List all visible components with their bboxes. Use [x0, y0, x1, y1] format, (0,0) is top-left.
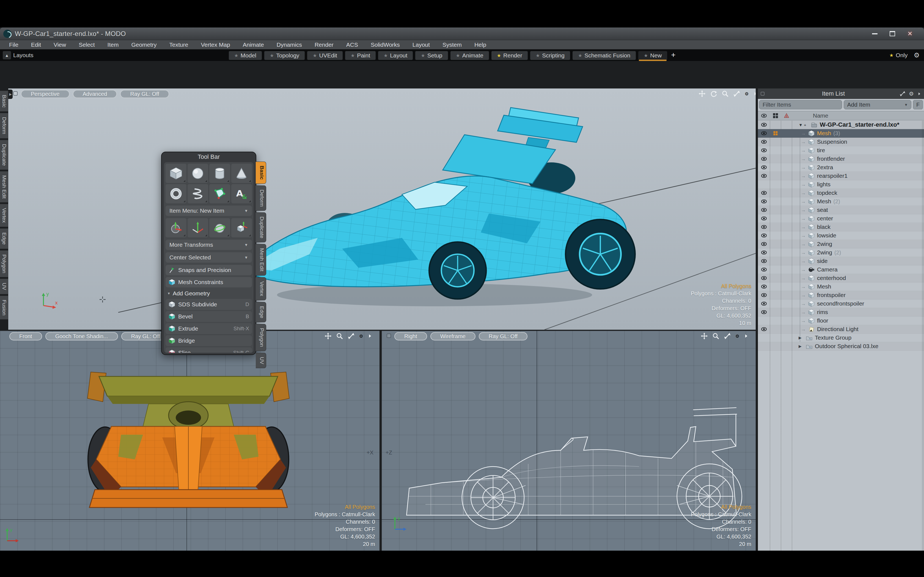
viewport-menu-arrow-icon[interactable]: [753, 91, 756, 96]
layout-tab[interactable]: ★ Render: [491, 51, 528, 60]
item-list-row[interactable]: ▼ + ▶ → topdeck: [758, 189, 924, 197]
item-name[interactable]: Directional Light: [817, 326, 859, 332]
item-list-row[interactable]: ▼ + ▶ → tire: [758, 146, 924, 155]
menu-item[interactable]: Select: [72, 40, 101, 50]
toolbar-category-tab[interactable]: Duplicate: [256, 213, 266, 242]
minimize-button[interactable]: [869, 30, 881, 38]
toolbar-category-tab[interactable]: Polygon: [256, 324, 266, 351]
eye-icon[interactable]: [761, 206, 767, 213]
item-list-row[interactable]: ▼ + ▶ → 2extra: [758, 163, 924, 172]
item-list-header[interactable]: Item List ⚙: [758, 89, 924, 99]
close-button[interactable]: ✕: [904, 30, 916, 38]
item-list-row[interactable]: ▼ + ▶ → lights: [758, 180, 924, 189]
viewport-mode-button[interactable]: Wireframe: [430, 332, 475, 340]
menu-item[interactable]: Edit: [25, 40, 47, 50]
layout-tab[interactable]: ★ New: [638, 51, 667, 60]
panel-gear-icon[interactable]: ⚙: [909, 90, 914, 97]
tool-category-tab[interactable]: Edge: [0, 228, 8, 249]
car-model-perspective[interactable]: [226, 97, 654, 325]
viewport-settings-gear-icon[interactable]: ⚙: [745, 91, 748, 97]
item-list-row[interactable]: ▼ + ▶ → centerhood: [758, 274, 924, 282]
car-model-front[interactable]: [80, 369, 297, 525]
eye-icon[interactable]: [761, 164, 767, 171]
layouts-up-icon[interactable]: ▲: [3, 51, 11, 60]
tool-category-tab[interactable]: Deform: [0, 113, 8, 138]
eye-icon[interactable]: [761, 232, 767, 239]
pan-icon[interactable]: [701, 332, 708, 340]
viewport-mode-button[interactable]: Gooch Tone Shadin...: [45, 332, 118, 340]
selected-grid-icon[interactable]: [773, 131, 778, 136]
helix-tool[interactable]: [187, 184, 208, 203]
item-name[interactable]: Mesh: [817, 283, 831, 290]
geometry-tool[interactable]: Extrude Shift-X: [166, 323, 252, 334]
layout-tab[interactable]: ★ UVEdit: [307, 51, 342, 60]
eye-icon[interactable]: [761, 249, 767, 256]
viewport-mode-button[interactable]: Front: [9, 332, 42, 340]
cone-tool[interactable]: [231, 164, 252, 183]
item-name[interactable]: 2wing: [817, 249, 832, 256]
viewport-settings-gear-icon[interactable]: ⚙: [359, 334, 363, 339]
expander-icon[interactable]: ▼ +: [799, 122, 811, 127]
item-list-row[interactable]: ▼ + ▶ → black: [758, 223, 924, 231]
title-bar[interactable]: W-GP-Car1_starter-end.lxo* - MODO ✕: [0, 27, 924, 40]
maximize-button[interactable]: [886, 30, 899, 38]
item-name[interactable]: Mesh: [817, 130, 831, 137]
item-list-row[interactable]: ▼ + ▶ → frontspoiler: [758, 291, 924, 300]
menu-item[interactable]: Vertex Map: [194, 40, 236, 50]
item-list-row[interactable]: ▼ + ▶ → Mesh: [758, 282, 924, 291]
item-name[interactable]: secondfrontspoiler: [817, 300, 864, 307]
item-name[interactable]: 2wing: [817, 241, 832, 247]
item-list-row[interactable]: ▼ + ▶ → Texture Group: [758, 334, 924, 342]
menu-item[interactable]: System: [436, 40, 468, 50]
geometry-tool[interactable]: Slice Shift-C: [166, 347, 252, 353]
item-name[interactable]: centerhood: [817, 275, 846, 281]
panel-collapse-handle[interactable]: ▶: [8, 90, 13, 99]
zoom-icon[interactable]: [336, 332, 343, 340]
item-list-row[interactable]: ▼ + ▶ → seat: [758, 206, 924, 214]
layout-tab[interactable]: ★ Layout: [378, 51, 413, 60]
menu-item[interactable]: Item: [101, 40, 125, 50]
item-list-row[interactable]: ▼ + ▶ → Mesh (2): [758, 197, 924, 206]
menu-item[interactable]: Render: [308, 40, 340, 50]
tool-category-tab[interactable]: UV: [0, 279, 8, 294]
orbit-icon[interactable]: [710, 90, 717, 97]
eye-icon[interactable]: [761, 283, 767, 290]
zoom-icon[interactable]: [722, 90, 729, 97]
item-name[interactable]: Mesh: [817, 198, 831, 205]
item-list-row[interactable]: ▼ + ▶ → 2wing: [758, 240, 924, 248]
item-name[interactable]: center: [817, 215, 833, 222]
item-name[interactable]: frontfender: [817, 156, 845, 162]
layout-tab[interactable]: ★ Paint: [345, 51, 376, 60]
eye-icon[interactable]: [761, 172, 767, 179]
item-list-row[interactable]: ▼ + ▶ → lowside: [758, 231, 924, 240]
item-name[interactable]: floor: [817, 318, 828, 324]
maximize-viewport-icon[interactable]: [724, 332, 731, 340]
geometry-tool[interactable]: SDS Subdivide D: [166, 299, 252, 310]
item-name[interactable]: black: [817, 224, 830, 230]
toolbar-category-tab[interactable]: Mesh Edit: [256, 244, 266, 275]
item-name[interactable]: Texture Group: [815, 334, 851, 341]
item-name[interactable]: 2extra: [817, 164, 833, 171]
item-name[interactable]: Outdoor Spherical 03.lxe: [815, 343, 878, 350]
item-list-row[interactable]: ▼ + ▶ → 2wing (2): [758, 248, 924, 257]
panel-thumb-widget[interactable]: [761, 92, 764, 96]
maximize-viewport-icon[interactable]: [347, 332, 355, 340]
eye-icon[interactable]: [761, 198, 767, 205]
layout-tab[interactable]: ★ Setup: [415, 51, 448, 60]
move-tool[interactable]: [187, 218, 208, 237]
layout-tab[interactable]: ★ Animate: [451, 51, 489, 60]
torus-tool[interactable]: [166, 184, 186, 203]
add-item-dropdown[interactable]: Add Item ▼: [844, 100, 911, 110]
tool-category-tab[interactable]: Fusion: [0, 296, 8, 319]
layout-tab[interactable]: ★ Model: [229, 51, 262, 60]
menu-item[interactable]: Layout: [406, 40, 436, 50]
item-name[interactable]: rearspoiler1: [817, 172, 848, 179]
gizmo-column-icon[interactable]: [783, 112, 790, 119]
item-list-row[interactable]: ▼ + ▶ → side: [758, 257, 924, 266]
panel-menu-arrow-icon[interactable]: [917, 92, 921, 96]
zoom-icon[interactable]: [712, 332, 719, 340]
toolbar-category-tab[interactable]: Basic: [256, 161, 266, 184]
item-list-row[interactable]: ▼ + ▶ → Camera: [758, 266, 924, 274]
filter-preset-button[interactable]: F: [913, 100, 923, 110]
pan-icon[interactable]: [325, 332, 332, 340]
